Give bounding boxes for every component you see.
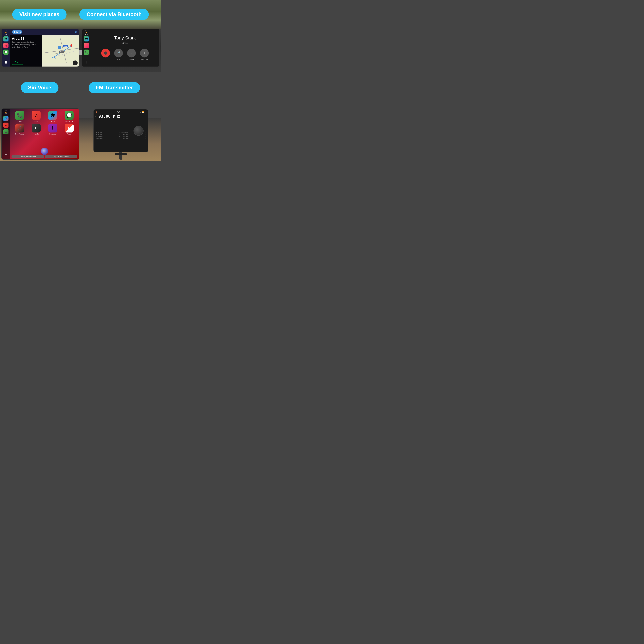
fm-signal-icon: 📶: [142, 111, 144, 113]
nav-main: Back ⚙ Area 51 Super duper secrect alien…: [10, 29, 79, 67]
maps-app-icon[interactable]: 🗺: [3, 36, 8, 41]
fm-transmitter-badge: FM Transmitter: [89, 82, 140, 93]
fm-prev-button[interactable]: ‹: [95, 115, 96, 118]
phone-phone-icon[interactable]: 📞: [84, 50, 89, 55]
phone-app-icon: 📞: [15, 111, 24, 120]
podcasts-app[interactable]: 🎙 Podcasts: [45, 124, 60, 135]
location-card: Area 51 Super duper secrect alien base 4…: [10, 35, 42, 67]
siri-quadrant: 6:01 📶 5G 🗺 ♫ 📞 ⠿ 📞 Phone ♫: [0, 108, 81, 161]
settings-icon[interactable]: ⚙: [75, 30, 77, 34]
location-org: United States Air Force: [12, 46, 40, 48]
location-addr: 451 400 W, Salt Lake City, Nevada: [12, 44, 40, 46]
fm-channel-3[interactable]: 98.00 MHZ3: [95, 134, 121, 135]
messages-app-icon-siri: 💬: [65, 111, 74, 120]
fm-quadrant: 🏠 FMT ⚙ 📶 ↩ ‹ 93.00 MHz ›: [81, 108, 161, 161]
honda-app[interactable]: H Honda: [29, 124, 44, 135]
siri-prompt-1: Hey Siri, call Mrs Bean: [12, 155, 44, 158]
podcasts-icon: 🎙: [48, 124, 57, 132]
back-button[interactable]: Back: [12, 30, 22, 34]
siri-screen: 6:01 📶 5G 🗺 ♫ 📞 ⠿ 📞 Phone ♫: [1, 108, 79, 160]
keypad-button[interactable]: ⠿ Keypad: [127, 49, 136, 60]
location-name: Area 51: [12, 37, 40, 41]
svg-text:9 min: 9 min: [60, 51, 63, 53]
zoom-plus-button[interactable]: +: [73, 60, 78, 65]
messages-app-icon[interactable]: 💬: [3, 50, 8, 55]
music-app-icon[interactable]: ♫: [3, 43, 8, 48]
apps-icon[interactable]: ⠿: [3, 60, 8, 65]
location-desc: Super duper secrect alien base: [12, 41, 40, 43]
phone-call-main: Tony Stark 00:15 📵 End 🎤 Mute ⠿: [91, 29, 159, 67]
fm-next-button[interactable]: ›: [122, 115, 123, 118]
end-call-button[interactable]: 📵 End: [101, 49, 110, 60]
visit-new-places-label: Visit new places: [19, 11, 59, 17]
siri-main: 📞 Phone ♫ Music 🗺 Maps 💬 Messages: [10, 109, 79, 159]
fm-home-icon: 🏠: [95, 111, 97, 113]
add-call-circle: +: [140, 49, 149, 57]
add-call-label: Add Call: [141, 58, 148, 60]
fm-tuning-knob[interactable]: [133, 126, 144, 136]
middle-label-row: Siri Voice FM Transmitter: [0, 68, 161, 108]
fm-screen: 🏠 FMT ⚙ 📶 ↩ ‹ 93.00 MHz ›: [93, 109, 148, 152]
back-label: Back: [16, 31, 21, 33]
add-call-button[interactable]: + Add Call: [140, 49, 149, 60]
chevron-left-icon: [14, 31, 15, 33]
svg-text:6 min: 6 min: [64, 46, 67, 47]
fm-back-icon[interactable]: ↩: [145, 111, 146, 113]
main-grid: Visit new places Connect via Bluetooth 3…: [0, 0, 161, 161]
fm-freq-row: ‹ 93.00 MHz ›: [95, 114, 146, 119]
mute-button[interactable]: 🎤 Mute: [114, 49, 123, 60]
music-app-label: Music: [34, 120, 38, 122]
phone-app[interactable]: 📞 Phone: [12, 111, 27, 122]
end-label: End: [104, 58, 107, 60]
siri-icon[interactable]: [41, 148, 48, 155]
now-playing-icon: 🎵: [15, 124, 24, 132]
fm-label: FMT: [117, 111, 120, 113]
siri-voice-badge: Siri Voice: [21, 82, 58, 93]
start-navigation-button[interactable]: Start: [12, 60, 23, 65]
fm-topbar: 🏠 FMT ⚙ 📶 ↩: [95, 111, 146, 113]
siri-music-icon[interactable]: ♫: [3, 123, 8, 128]
fm-channel-1[interactable]: 93.00 MHZ1: [95, 132, 121, 133]
messages-app[interactable]: 💬 Messages: [62, 111, 77, 122]
phone-apps-icon[interactable]: ⠿: [84, 60, 89, 65]
phone-sidebar: 9:41 📶 LTE 🗺 ♫ 📞 ⠿: [82, 29, 91, 67]
carplay-nav-screen: 3:49 📶 LTE 🗺 ♫ 💬 ⠿ Back ⚙: [1, 29, 79, 67]
siri-maps-icon[interactable]: 🗺: [3, 116, 8, 121]
mute-circle: 🎤: [114, 49, 123, 57]
phone-music-icon[interactable]: ♫: [84, 43, 89, 48]
fm-channel-8[interactable]: 108.00 MHZ8: [121, 138, 146, 139]
phone-app-label: Phone: [17, 120, 22, 122]
fm-settings-icon[interactable]: ⚙: [140, 111, 141, 113]
honda-icon: H: [32, 124, 41, 132]
siri-phone-icon[interactable]: 📞: [3, 129, 8, 134]
caller-name: Tony Stark: [114, 35, 136, 41]
phone-maps-icon[interactable]: 🗺: [84, 36, 89, 41]
siri-apps-grid: 📞 Phone ♫ Music 🗺 Maps 💬 Messages: [12, 111, 77, 135]
nav-status-time: 3:49 📶 LTE: [5, 30, 7, 35]
call-duration: 00:15: [122, 41, 128, 44]
fm-frequency: 93.00 MHz: [99, 114, 120, 119]
nav-content: Area 51 Super duper secrect alien base 4…: [10, 35, 79, 67]
music-app-icon-siri: ♫: [32, 111, 41, 120]
nav-map: 6 min 9 min Durango +: [42, 35, 79, 67]
mute-label: Mute: [117, 58, 120, 60]
music-app[interactable]: ♫ Music: [29, 111, 44, 122]
nav-topbar: Back ⚙: [10, 29, 79, 35]
connect-bluetooth-badge: Connect via Bluetooth: [79, 9, 149, 20]
news-app[interactable]: N News: [62, 124, 77, 135]
end-call-circle: 📵: [101, 49, 110, 57]
now-playing-app[interactable]: 🎵 Now Playing: [12, 124, 27, 135]
siri-status: 6:01 📶 5G: [5, 110, 7, 114]
fm-channel-5[interactable]: 102.06 MHZ5: [95, 136, 121, 137]
maps-app[interactable]: 🗺 Maps: [45, 111, 60, 122]
siri-prompt-2: Hey Siri, open Spotify: [45, 155, 77, 158]
header-row: Visit new places Connect via Bluetooth: [0, 0, 161, 27]
device-base: [115, 153, 127, 155]
phone-quadrant: 9:41 📶 LTE 🗺 ♫ 📞 ⠿ Tony Stark 00:15 📵 En…: [81, 27, 161, 68]
fm-channels-row: 93.00 MHZ1 96.00 MHZ2 98.00 MHZ3 100.00 …: [95, 120, 146, 150]
fm-channel-7[interactable]: 106.00 MHZ7: [95, 138, 121, 139]
siri-apps-icon[interactable]: ⠿: [3, 153, 8, 158]
nav-sidebar: 3:49 📶 LTE 🗺 ♫ 💬 ⠿: [2, 29, 10, 67]
maps-app-label: Maps: [51, 120, 55, 122]
fm-channel-6[interactable]: 104.00 MHZ6: [121, 136, 146, 137]
